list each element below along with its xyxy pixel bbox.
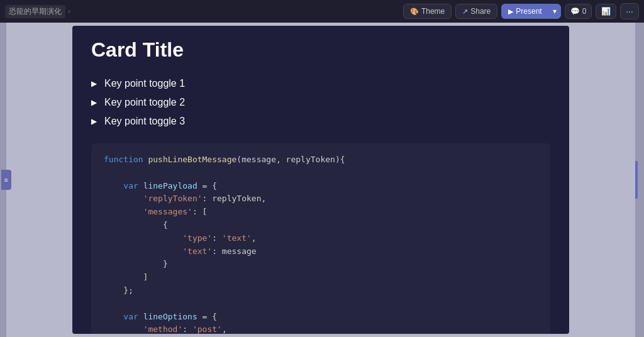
- main-area: Card Title ▶ Key point toggle 1 ▶ Key po…: [0, 23, 644, 337]
- right-sidebar: [635, 23, 644, 337]
- comment-button[interactable]: 💬 0: [565, 4, 592, 19]
- theme-label: Theme: [421, 7, 445, 16]
- left-sidebar: [0, 23, 6, 337]
- toggle-arrow-2: ▶: [91, 98, 97, 107]
- slide-container: Card Title ▶ Key point toggle 1 ▶ Key po…: [6, 23, 635, 337]
- more-button[interactable]: ···: [620, 3, 639, 19]
- toolbar: 恐龍的早期演化 › 🎨 Theme ↗ Share ▶ Present ▾ 💬 …: [0, 0, 644, 23]
- content-wrapper: Card Title ▶ Key point toggle 1 ▶ Key po…: [6, 23, 644, 337]
- present-label: Present: [516, 7, 541, 16]
- toolbar-right: 🎨 Theme ↗ Share ▶ Present ▾ 💬 0 📊 ···: [403, 3, 639, 19]
- share-label: Share: [470, 7, 491, 16]
- slide: Card Title ▶ Key point toggle 1 ▶ Key po…: [72, 26, 569, 334]
- chart-icon: 📊: [601, 7, 611, 16]
- key-point-item-3[interactable]: ▶ Key point toggle 3: [91, 112, 550, 131]
- present-caret[interactable]: ▾: [548, 4, 561, 19]
- sidebar-toggle[interactable]: [1, 170, 11, 190]
- slide-title: Card Title: [91, 38, 550, 62]
- breadcrumb-parent[interactable]: 恐龍的早期演化: [5, 5, 65, 18]
- key-point-label-2: Key point toggle 2: [104, 97, 185, 108]
- theme-icon: 🎨: [410, 8, 419, 16]
- theme-button[interactable]: 🎨 Theme: [403, 4, 452, 19]
- chart-button[interactable]: 📊: [596, 4, 616, 19]
- comment-count: 0: [582, 7, 587, 16]
- key-point-item-1[interactable]: ▶ Key point toggle 1: [91, 74, 550, 93]
- comment-icon: 💬: [570, 7, 580, 16]
- code-content: function pushLineBotMessage(message, rep…: [104, 153, 538, 334]
- toggle-arrow-1: ▶: [91, 79, 97, 88]
- share-button[interactable]: ↗ Share: [455, 4, 497, 19]
- key-point-label-3: Key point toggle 3: [104, 116, 185, 127]
- share-icon: ↗: [462, 8, 468, 16]
- toolbar-left: 恐龍的早期演化 ›: [5, 5, 70, 18]
- present-button[interactable]: ▶ Present: [501, 4, 548, 19]
- play-icon: ▶: [508, 8, 513, 16]
- breadcrumb-sep: ›: [68, 7, 70, 16]
- key-point-label-1: Key point toggle 1: [104, 78, 185, 89]
- key-points-list: ▶ Key point toggle 1 ▶ Key point toggle …: [91, 74, 550, 131]
- key-point-item-2[interactable]: ▶ Key point toggle 2: [91, 93, 550, 112]
- toggle-arrow-3: ▶: [91, 117, 97, 126]
- present-button-group: ▶ Present ▾: [501, 4, 560, 19]
- code-block: function pushLineBotMessage(message, rep…: [91, 143, 550, 334]
- right-sidebar-accent: [635, 161, 638, 199]
